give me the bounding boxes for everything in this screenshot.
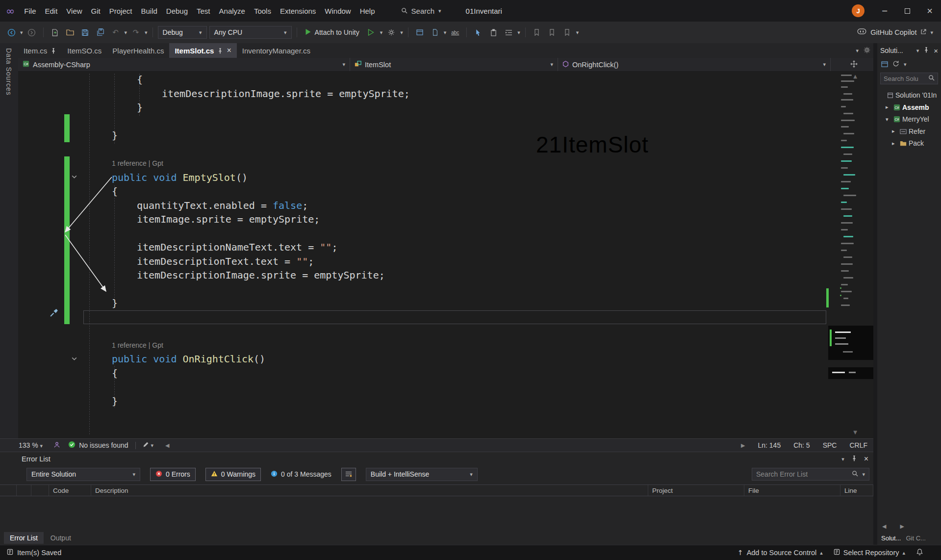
tab-solution-explorer[interactable]: Solut... xyxy=(881,535,901,542)
warnings-filter-button[interactable]: 0 Warnings xyxy=(205,468,261,481)
panel-chevron-icon[interactable]: ▾ xyxy=(916,48,919,53)
bookmark-chevron-icon[interactable]: ▾ xyxy=(576,30,579,35)
hscroll-right-icon[interactable]: ▶ xyxy=(900,523,904,530)
open-file-icon[interactable] xyxy=(64,26,76,39)
pin-icon[interactable] xyxy=(51,48,56,54)
panel-chevron-icon[interactable]: ▾ xyxy=(841,457,844,462)
code-cleanup-pen-icon[interactable] xyxy=(143,441,149,449)
sync-with-active-document-icon[interactable] xyxy=(892,60,899,69)
scroll-down-icon[interactable]: ▼ xyxy=(849,430,862,435)
window-chevron-icon[interactable]: ▾ xyxy=(444,30,447,35)
copilot-chevron-icon[interactable]: ▾ xyxy=(930,30,933,35)
tab-settings-gear-icon[interactable] xyxy=(864,47,870,55)
titlebar-search[interactable]: Search ▾ xyxy=(396,5,446,17)
column-header-blank[interactable] xyxy=(0,485,17,496)
column-header-line[interactable]: Line xyxy=(840,485,873,496)
views-chevron-icon[interactable]: ▾ xyxy=(904,62,907,67)
performance-profiler-icon[interactable] xyxy=(385,26,398,39)
hscroll-left-icon[interactable]: ◀ xyxy=(165,442,169,449)
solution-search-input[interactable]: Search Solu xyxy=(880,73,938,84)
open-chat-icon[interactable] xyxy=(920,28,926,36)
close-panel-icon[interactable]: × xyxy=(864,455,868,463)
github-copilot-button[interactable]: GitHub Copilot ▾ xyxy=(857,28,933,36)
search-icon[interactable] xyxy=(852,470,858,478)
zoom-level-dropdown[interactable]: 133 % ▾ xyxy=(19,441,43,449)
tab-output[interactable]: Output xyxy=(45,532,77,544)
undo-icon[interactable]: ↶ xyxy=(109,26,122,39)
expander-icon[interactable]: ▾ xyxy=(886,116,891,123)
new-project-icon[interactable] xyxy=(49,26,61,39)
select-repository-button[interactable]: Select Repository ▴ xyxy=(834,549,905,557)
attach-to-unity-button[interactable]: Attach to Unity xyxy=(302,28,362,37)
find-in-files-icon[interactable] xyxy=(413,26,426,39)
navigate-backward-icon[interactable] xyxy=(5,26,18,39)
close-button[interactable]: × xyxy=(918,0,941,22)
menu-file[interactable]: File xyxy=(20,0,40,22)
next-bookmark-icon[interactable] xyxy=(561,26,574,39)
indent-chevron-icon[interactable]: ▾ xyxy=(517,30,520,35)
column-header-blank[interactable] xyxy=(17,485,31,496)
messages-list-button[interactable] xyxy=(341,468,356,481)
menu-extensions[interactable]: Extensions xyxy=(276,0,320,22)
tree-item-refer[interactable]: ▸Refer xyxy=(877,126,941,138)
pin-icon[interactable] xyxy=(923,47,929,54)
project-dropdown[interactable]: C# Assembly-CSharp ▾ xyxy=(18,58,350,71)
column-header-blank[interactable] xyxy=(31,485,49,496)
spaces-indicator[interactable]: SPC xyxy=(823,441,837,449)
menu-git[interactable]: Git xyxy=(87,0,105,22)
menu-help[interactable]: Help xyxy=(356,0,380,22)
menu-debug[interactable]: Debug xyxy=(162,0,192,22)
notifications-bell-icon[interactable] xyxy=(916,548,923,557)
member-dropdown[interactable]: OnRightClick() ▾ xyxy=(558,58,831,71)
error-list-search-input[interactable]: Search Error List ▾ xyxy=(752,468,869,481)
redo-chevron-icon[interactable]: ▾ xyxy=(145,30,148,35)
redo-icon[interactable]: ↷ xyxy=(129,26,142,39)
solution-configuration-dropdown[interactable]: Debug▾ xyxy=(158,26,207,39)
tree-item-solution-01in[interactable]: Solution '01In xyxy=(877,89,941,102)
minimize-button[interactable]: ─ xyxy=(873,0,896,22)
preview-window-icon[interactable] xyxy=(429,26,441,39)
tab-list-chevron-icon[interactable]: ▾ xyxy=(856,48,859,53)
tab-InventoryManager.cs[interactable]: InventoryManager.cs xyxy=(237,43,316,58)
undo-chevron-icon[interactable]: ▾ xyxy=(125,30,127,35)
error-scope-dropdown[interactable]: Entire Solution▾ xyxy=(26,468,140,481)
save-all-icon[interactable] xyxy=(94,26,107,39)
column-header-description[interactable]: Description xyxy=(91,485,648,496)
menu-view[interactable]: View xyxy=(62,0,86,22)
messages-filter-button[interactable]: 0 of 3 Messages xyxy=(271,470,331,479)
error-grid-body[interactable] xyxy=(0,496,873,527)
run-chevron-icon[interactable]: ▾ xyxy=(380,30,383,35)
search-icon[interactable] xyxy=(928,75,935,82)
toggle-bookmark-icon[interactable] xyxy=(531,26,543,39)
split-window-icon[interactable] xyxy=(850,60,858,69)
profiler-chevron-icon[interactable]: ▾ xyxy=(400,30,403,35)
column-header-file[interactable]: File xyxy=(744,485,840,496)
tree-item-merryyel[interactable]: ▾C#MerryYel xyxy=(877,113,941,126)
tab-ItemSlot.cs[interactable]: ItemSlot.cs× xyxy=(169,43,236,58)
horizontal-scrollbar[interactable] xyxy=(170,439,741,452)
previous-bookmark-icon[interactable] xyxy=(546,26,559,39)
column-header-code[interactable]: Code xyxy=(49,485,91,496)
tab-git-changes[interactable]: Git C... xyxy=(906,535,925,542)
selection-cursor-icon[interactable] xyxy=(472,26,484,39)
quick-actions-screwdriver-icon[interactable] xyxy=(50,308,59,319)
expander-icon[interactable]: ▸ xyxy=(892,140,898,147)
clipboard-icon[interactable] xyxy=(487,26,500,39)
menu-project[interactable]: Project xyxy=(105,0,137,22)
column-indicator[interactable]: Ch: 5 xyxy=(793,441,810,449)
close-tab-icon[interactable]: × xyxy=(227,46,231,55)
line-ending-indicator[interactable]: CRLF xyxy=(849,441,867,449)
tab-error-list[interactable]: Error List xyxy=(4,532,44,544)
live-share-person-icon[interactable] xyxy=(53,441,60,450)
indent-icon[interactable] xyxy=(502,26,515,39)
panel-horizontal-scrollbar[interactable]: ◀ ▶ xyxy=(877,521,941,531)
tab-Item.cs[interactable]: Item.cs xyxy=(18,43,62,58)
minimap-scrollbar[interactable]: ▲ ▼ xyxy=(837,72,873,438)
code-cleanup-chevron-icon[interactable]: ▾ xyxy=(151,443,154,448)
start-without-debugging-icon[interactable] xyxy=(365,26,378,39)
search-chevron-icon[interactable]: ▾ xyxy=(862,472,865,477)
expander-icon[interactable]: ▸ xyxy=(892,128,898,134)
spell-check-icon[interactable]: abc xyxy=(449,26,461,39)
code-editor[interactable]: {itemDescriptionImage.sprite = emptySpri… xyxy=(18,72,873,438)
type-dropdown[interactable]: ItemSlot ▾ xyxy=(350,58,558,71)
